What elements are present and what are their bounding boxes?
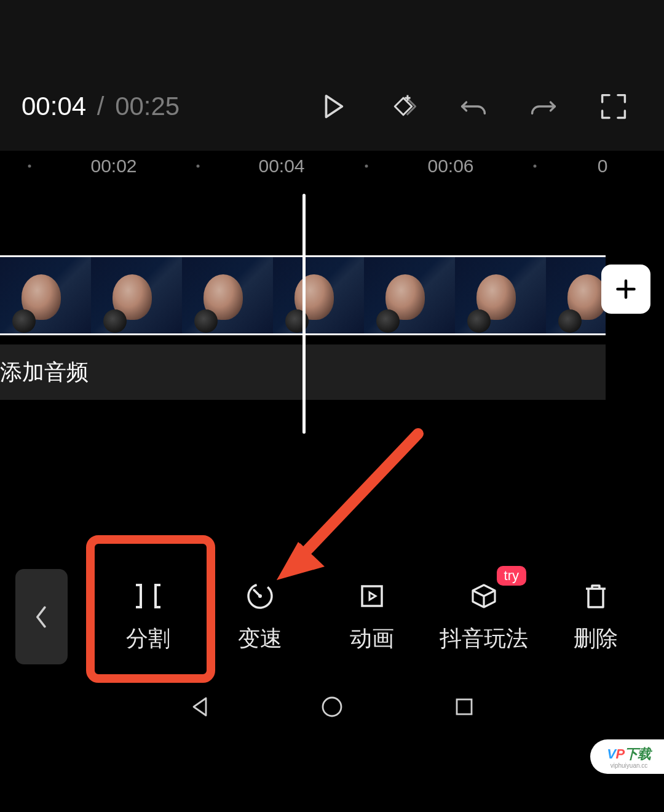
keyframe-add-icon bbox=[389, 92, 417, 121]
nav-home[interactable] bbox=[314, 688, 350, 725]
nav-recent[interactable] bbox=[446, 688, 483, 725]
circle-home-icon bbox=[320, 695, 344, 719]
svg-point-11 bbox=[323, 698, 341, 716]
fullscreen-icon bbox=[599, 92, 628, 121]
try-badge: try bbox=[497, 566, 526, 586]
clip-thumbnail bbox=[0, 257, 91, 333]
add-audio-label: 添加音频 bbox=[0, 357, 89, 388]
tool-animation[interactable]: 动画 bbox=[326, 579, 418, 654]
time-separator: / bbox=[97, 92, 105, 121]
square-recent-icon bbox=[452, 695, 476, 719]
clip-thumbnail bbox=[182, 257, 273, 333]
cube-icon bbox=[469, 581, 499, 611]
chevron-left-icon bbox=[33, 606, 50, 628]
tool-label: 动画 bbox=[350, 624, 394, 654]
tool-douyin-effects[interactable]: try 抖音玩法 bbox=[438, 579, 530, 654]
tool-label: 删除 bbox=[574, 624, 618, 654]
time-display: 00:04 / 00:25 bbox=[22, 92, 180, 121]
speed-icon bbox=[245, 581, 275, 611]
undo-button[interactable] bbox=[446, 79, 501, 134]
nav-back[interactable] bbox=[181, 688, 218, 725]
clip-thumbnail bbox=[91, 257, 182, 333]
plus-icon bbox=[615, 278, 637, 300]
redo-icon bbox=[529, 92, 558, 121]
ruler-tick: 00:02 bbox=[90, 156, 136, 177]
undo-icon bbox=[459, 92, 488, 121]
playback-controls: 00:04 / 00:25 bbox=[0, 62, 664, 151]
video-preview-area[interactable] bbox=[0, 0, 664, 62]
svg-rect-12 bbox=[457, 699, 472, 714]
tool-label: 抖音玩法 bbox=[440, 624, 528, 654]
playhead[interactable] bbox=[302, 194, 306, 434]
tool-delete[interactable]: 删除 bbox=[550, 579, 642, 654]
clip-thumbnail bbox=[546, 257, 606, 333]
clip-thumbnail bbox=[273, 257, 364, 333]
keyframe-button[interactable] bbox=[376, 79, 431, 134]
timeline-ruler[interactable]: 00:02 00:04 00:06 0 bbox=[0, 151, 664, 181]
ruler-tick: 00:06 bbox=[427, 156, 473, 177]
animation-icon bbox=[357, 581, 387, 611]
edit-toolbar: 分割 变速 动画 try bbox=[0, 557, 664, 677]
trash-icon bbox=[581, 581, 611, 611]
timeline-area[interactable]: 添加音频 bbox=[0, 181, 664, 468]
watermark: VP下载 viphuiyuan.cc bbox=[590, 739, 664, 774]
redo-button[interactable] bbox=[516, 79, 571, 134]
play-button[interactable] bbox=[306, 79, 361, 134]
tool-label: 变速 bbox=[238, 624, 282, 654]
tool-split[interactable]: 分割 bbox=[102, 579, 194, 654]
fullscreen-button[interactable] bbox=[586, 79, 641, 134]
svg-point-9 bbox=[258, 594, 262, 598]
toolbar-back-button[interactable] bbox=[15, 569, 68, 664]
tool-speed[interactable]: 变速 bbox=[214, 579, 306, 654]
play-icon bbox=[319, 92, 347, 121]
ruler-tick: 00:04 bbox=[258, 156, 304, 177]
tool-label: 分割 bbox=[126, 624, 170, 654]
split-icon bbox=[133, 581, 163, 611]
triangle-back-icon bbox=[188, 695, 212, 719]
ruler-tick: 0 bbox=[598, 156, 608, 177]
clip-thumbnail bbox=[364, 257, 455, 333]
svg-rect-10 bbox=[362, 586, 382, 606]
add-clip-button[interactable] bbox=[601, 265, 650, 314]
time-current: 00:04 bbox=[22, 92, 86, 121]
system-nav-bar bbox=[0, 677, 664, 737]
time-total: 00:25 bbox=[115, 92, 180, 121]
clip-thumbnail bbox=[455, 257, 546, 333]
